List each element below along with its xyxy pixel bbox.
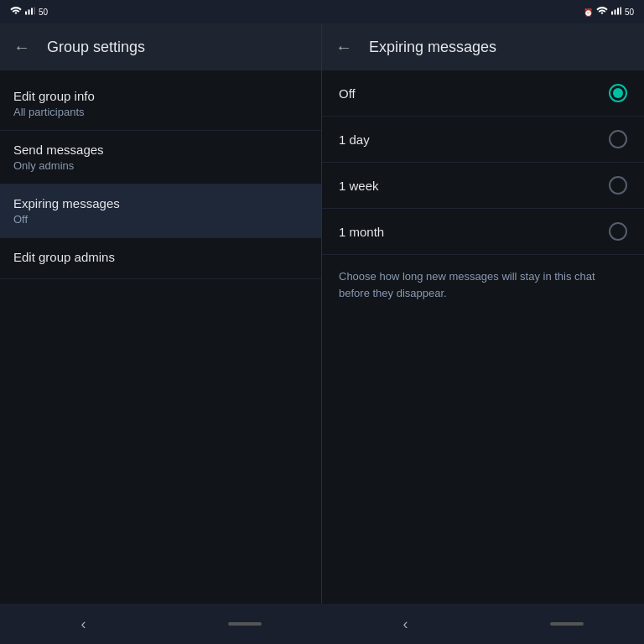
settings-item-subtitle: Only admins <box>13 159 308 172</box>
settings-item-edit-group-info[interactable]: Edit group info All participants <box>0 77 321 131</box>
svg-rect-4 <box>611 12 613 15</box>
option-1month[interactable]: 1 month <box>322 209 644 255</box>
svg-rect-7 <box>620 8 621 15</box>
radio-1month[interactable] <box>609 222 627 241</box>
group-settings-header: ← Group settings <box>0 23 321 70</box>
nav-back-left[interactable]: ‹ <box>61 609 106 640</box>
option-off-label: Off <box>339 86 356 101</box>
option-1day[interactable]: 1 day <box>322 117 644 163</box>
settings-item-title: Expiring messages <box>13 196 308 210</box>
settings-item-title: Edit group admins <box>13 250 308 264</box>
status-bar-right: 50 <box>584 7 634 17</box>
expiring-messages-title: Expiring messages <box>369 39 496 56</box>
option-1week-label: 1 week <box>339 179 379 193</box>
expiring-options-list: Off 1 day 1 week 1 month Choose h <box>322 70 644 604</box>
svg-rect-3 <box>34 8 36 15</box>
expiring-messages-back-button[interactable]: ← <box>335 38 352 57</box>
option-1day-label: 1 day <box>339 132 370 147</box>
battery-level-right: 50 <box>625 8 634 17</box>
expiring-messages-header: ← Expiring messages <box>322 23 644 70</box>
nav-pill-right <box>550 622 584 626</box>
svg-rect-5 <box>614 10 615 15</box>
svg-rect-1 <box>29 10 30 15</box>
settings-item-subtitle: All participants <box>13 106 308 118</box>
svg-rect-2 <box>31 8 33 15</box>
option-1week[interactable]: 1 week <box>322 163 644 209</box>
bottom-nav-right: ‹ <box>322 604 644 644</box>
radio-1day[interactable] <box>609 130 627 148</box>
wifi-icon-right <box>596 7 608 17</box>
bottom-nav-left: ‹ <box>0 604 322 644</box>
option-1month-label: 1 month <box>339 225 384 239</box>
group-settings-title: Group settings <box>47 39 145 56</box>
settings-item-subtitle: Off <box>13 213 308 226</box>
svg-rect-0 <box>25 12 27 15</box>
settings-item-title: Edit group info <box>13 89 308 103</box>
nav-pill-left <box>228 622 262 626</box>
status-bar: 50 50 <box>0 0 644 23</box>
group-settings-back-button[interactable]: ← <box>13 38 30 57</box>
expiring-messages-panel: ← Expiring messages Off 1 day 1 week <box>322 23 644 604</box>
bottom-nav: ‹ ‹ <box>0 604 644 644</box>
nav-back-right[interactable]: ‹ <box>383 609 428 640</box>
status-bar-left: 50 <box>10 7 48 17</box>
battery-level-left: 50 <box>39 8 48 17</box>
alarm-icon <box>584 7 593 17</box>
settings-item-send-messages[interactable]: Send messages Only admins <box>0 131 321 184</box>
settings-item-edit-group-admins[interactable]: Edit group admins <box>0 238 321 279</box>
group-settings-panel: ← Group settings Edit group info All par… <box>0 23 322 604</box>
radio-off-inner <box>613 88 623 98</box>
signal-icon-right <box>611 7 621 17</box>
settings-item-expiring-messages[interactable]: Expiring messages Off <box>0 184 321 238</box>
wifi-icon-left <box>10 7 22 17</box>
signal-icon-left <box>25 7 35 17</box>
svg-rect-6 <box>617 8 619 15</box>
radio-off[interactable] <box>609 84 627 102</box>
expiring-description: Choose how long new messages will stay i… <box>322 255 644 314</box>
option-off[interactable]: Off <box>322 70 644 117</box>
radio-1week[interactable] <box>609 176 627 195</box>
settings-item-title: Send messages <box>13 143 308 157</box>
settings-list: Edit group info All participants Send me… <box>0 70 321 604</box>
